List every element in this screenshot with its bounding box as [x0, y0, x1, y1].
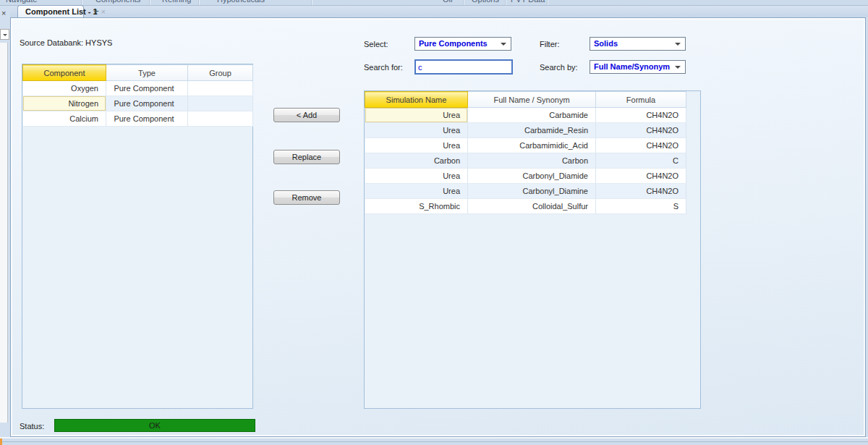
ribbon-group-refining: Refining [162, 0, 191, 4]
window-bottom-highlight [0, 437, 868, 438]
source-databank-label: Source Databank: HYSYS [20, 38, 112, 47]
formula-cell[interactable]: CH4N2O [596, 169, 686, 184]
results-table-container: Simulation Name Full Name / Synonym Form… [364, 90, 701, 409]
full-name-cell[interactable]: Carbamide_Resin [468, 123, 596, 138]
table-row: Urea Carbamimidic_Acid CH4N2O [365, 138, 686, 153]
ribbon-group-components: Components [95, 0, 140, 4]
column-header-full-name[interactable]: Full Name / Synonym [468, 92, 596, 108]
hysys-window: Navigate Components Refining Hypothetica… [0, 0, 868, 445]
table-row: Carbon Carbon C [365, 153, 686, 169]
status-badge: OK [54, 419, 255, 432]
ribbon-group-options: Options [472, 0, 499, 4]
ribbon-group-oil: Oil [443, 0, 452, 4]
column-header-formula[interactable]: Formula [596, 92, 686, 108]
table-row: Oxygen Pure Component [23, 81, 253, 96]
dock-dropdown-button[interactable] [0, 29, 9, 40]
full-name-cell[interactable]: Colloidal_Sulfur [468, 199, 596, 214]
results-table: Simulation Name Full Name / Synonym Form… [365, 91, 686, 214]
full-name-cell[interactable]: Carbamide [468, 108, 596, 123]
filter-label: Filter: [540, 40, 560, 48]
column-header-simulation-name[interactable]: Simulation Name [365, 92, 468, 108]
group-cell[interactable] [188, 96, 253, 111]
dock-column [0, 43, 8, 423]
component-cell[interactable]: Oxygen [23, 81, 106, 96]
group-cell[interactable] [188, 111, 253, 127]
tab-component-list-1[interactable]: Component List - 1× [17, 5, 84, 17]
ribbon-separator [547, 0, 548, 5]
type-cell[interactable]: Pure Component [106, 81, 188, 96]
table-row: Urea Carbamide CH4N2O [365, 108, 686, 123]
simulation-name-cell[interactable]: Urea [365, 169, 468, 184]
component-table-header-row: Component Type Group [23, 65, 253, 81]
formula-cell[interactable]: CH4N2O [596, 108, 686, 123]
formula-cell[interactable]: CH4N2O [596, 123, 686, 138]
ribbon-separator [311, 0, 312, 5]
column-header-group[interactable]: Group [188, 65, 253, 81]
table-row: S_Rhombic Colloidal_Sulfur S [365, 199, 686, 214]
ribbon-separator [149, 0, 150, 5]
simulation-name-cell[interactable]: Urea [365, 184, 468, 199]
filter-dropdown-value: Solids [594, 39, 618, 48]
tab-title: Component List - 1 [25, 7, 98, 16]
simulation-name-cell[interactable]: S_Rhombic [365, 199, 468, 214]
search-for-label: Search for: [364, 63, 403, 72]
search-input[interactable] [414, 59, 513, 75]
formula-cell[interactable]: S [596, 199, 686, 214]
table-row: Calcium Pure Component [23, 111, 253, 127]
tab-close-icon[interactable]: × [101, 7, 106, 16]
column-header-type[interactable]: Type [106, 65, 188, 81]
document-tab-strip: Component List - 1× + [10, 6, 868, 17]
ribbon-strip: Navigate Components Refining Hypothetica… [0, 0, 868, 6]
simulation-name-cell[interactable]: Urea [365, 123, 468, 138]
search-by-dropdown[interactable]: Full Name/Synonym [590, 60, 686, 74]
full-name-cell[interactable]: Carbamimidic_Acid [468, 138, 596, 153]
column-header-component[interactable]: Component [23, 65, 106, 81]
table-row: Urea Carbonyl_Diamide CH4N2O [365, 169, 686, 184]
window-bottom-border [0, 441, 868, 442]
select-dropdown[interactable]: Pure Components [414, 37, 511, 51]
select-label: Select: [364, 40, 388, 48]
full-name-cell[interactable]: Carbon [468, 153, 596, 169]
select-dropdown-value: Pure Components [419, 39, 488, 48]
status-label: Status: [20, 422, 44, 431]
table-row: Urea Carbamide_Resin CH4N2O [365, 123, 686, 138]
left-dock-strip: × [0, 6, 10, 437]
simulation-name-cell[interactable]: Urea [365, 138, 468, 153]
component-cell-selected[interactable]: Nitrogen [23, 96, 106, 111]
formula-cell[interactable]: CH4N2O [596, 184, 686, 199]
group-cell[interactable] [188, 81, 253, 96]
table-row: Nitrogen Pure Component [23, 96, 253, 111]
table-row: Urea Carbonyl_Diamine CH4N2O [365, 184, 686, 199]
ribbon-group-hypotheticals: Hypotheticals [217, 0, 265, 4]
results-table-header-row: Simulation Name Full Name / Synonym Form… [365, 92, 686, 108]
replace-button[interactable]: Replace [273, 150, 340, 164]
add-button[interactable]: < Add [273, 108, 340, 122]
ribbon-separator [505, 0, 506, 5]
dock-close-icon[interactable]: × [1, 9, 6, 17]
new-tab-button[interactable]: + [91, 7, 101, 17]
type-cell[interactable]: Pure Component [106, 111, 188, 127]
ribbon-separator [81, 0, 82, 5]
search-by-label: Search by: [540, 63, 578, 72]
ribbon-separator [198, 0, 200, 5]
component-cell[interactable]: Calcium [23, 111, 106, 127]
status-corner-marker [0, 438, 2, 445]
formula-cell[interactable]: C [596, 153, 686, 169]
search-by-dropdown-value: Full Name/Synonym [594, 62, 670, 71]
type-cell[interactable]: Pure Component [106, 96, 188, 111]
component-table-container: Component Type Group Oxygen Pure Compone… [22, 64, 253, 409]
ribbon-separator [463, 0, 464, 5]
simulation-name-cell[interactable]: Carbon [365, 153, 468, 169]
remove-button[interactable]: Remove [273, 190, 340, 205]
ribbon-group-pvt-data: PVT Data [511, 0, 545, 4]
component-table: Component Type Group Oxygen Pure Compone… [22, 64, 253, 127]
full-name-cell[interactable]: Carbonyl_Diamide [468, 169, 596, 184]
full-name-cell[interactable]: Carbonyl_Diamine [468, 184, 596, 199]
ribbon-group-navigate: Navigate [6, 0, 37, 4]
formula-cell[interactable]: CH4N2O [596, 138, 686, 153]
filter-dropdown[interactable]: Solids [590, 37, 686, 51]
simulation-name-cell-selected[interactable]: Urea [365, 108, 468, 123]
